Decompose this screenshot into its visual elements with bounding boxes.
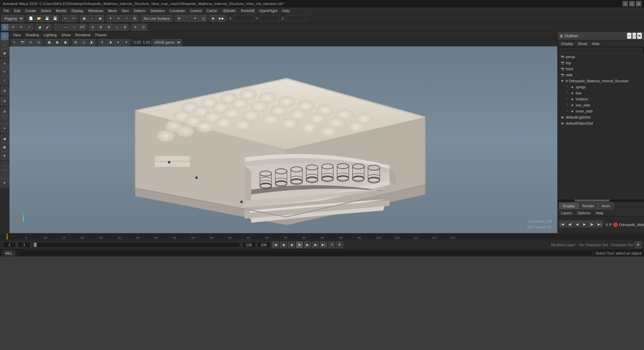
panel-sub-layers[interactable]: Layers [559, 210, 574, 216]
outliner-menu-show[interactable]: Show [576, 41, 589, 46]
tree-item-default-object-set[interactable]: ◉ defaultObjectSet [558, 120, 644, 126]
tree-item-low[interactable]: └ ◈ low [558, 90, 644, 96]
play-fwd-btn[interactable]: ▶ [581, 221, 588, 227]
redo-button[interactable]: ↪ [70, 15, 77, 22]
paint-btn[interactable]: ◉ [96, 15, 104, 22]
vp-smooth-btn[interactable]: ◉ [53, 39, 61, 46]
move-btn[interactable]: ✛ [107, 15, 114, 22]
select-tool-btn[interactable]: ↖ [1, 24, 9, 31]
tree-item-low-side[interactable]: └ ◈ low_side [558, 102, 644, 108]
panel-sub-options[interactable]: Options [576, 210, 592, 216]
undo-button[interactable]: ↩ [62, 15, 69, 22]
move-left-btn[interactable]: ✛ [1, 59, 9, 68]
menu-deform[interactable]: Deform [132, 8, 148, 13]
next-key-btn[interactable]: |▶ [589, 221, 595, 227]
paint-weights-btn[interactable]: 🖌 [44, 24, 51, 31]
vp-menu-renderer[interactable]: Renderer [73, 32, 93, 38]
bevel-btn[interactable]: ◇ [113, 24, 121, 31]
restore-button[interactable]: □ [629, 1, 635, 6]
curve-ep-btn[interactable]: ⋰ [1, 170, 9, 178]
minus-btn[interactable]: ⊟ [140, 24, 147, 31]
range-end-input[interactable] [242, 242, 256, 248]
save-button[interactable]: 💾 [43, 15, 51, 22]
save-as-button[interactable]: 💾 [51, 15, 59, 22]
timeline-slider[interactable] [34, 243, 240, 247]
menu-help[interactable]: Help [280, 8, 292, 13]
menu-mesh[interactable]: Mesh [106, 8, 119, 13]
tree-item-holders[interactable]: └ ◈ holders [558, 96, 644, 102]
rotate-left-btn[interactable]: ↻ [1, 68, 9, 76]
point-snap-left-btn[interactable]: ✦ [1, 124, 9, 132]
grid-snap-left-btn[interactable]: ⊞ [1, 107, 9, 116]
bridge-btn[interactable]: ⊕ [105, 24, 112, 31]
menu-openflight[interactable]: OpenFlight [257, 8, 279, 13]
menu-create[interactable]: Create [23, 8, 38, 13]
go-to-start-btn[interactable]: |◀ [272, 242, 279, 248]
open-button[interactable]: 📂 [35, 15, 43, 22]
edge-btn[interactable]: — [62, 24, 70, 31]
outliner-close-btn[interactable]: ✕ [637, 33, 642, 39]
curve-snap-left-btn[interactable]: ⌒ [1, 116, 9, 124]
lasso-btn[interactable]: ○ [88, 15, 96, 22]
outliner-scrollbar-thumb[interactable] [575, 200, 609, 202]
layer-name-label[interactable]: Orthopedic_Mattress_Internal_Stru... [619, 223, 644, 227]
vp-wireframe-btn[interactable]: ▦ [45, 39, 53, 46]
vp-resolution-btn[interactable]: ◧ [88, 39, 95, 46]
tab-render[interactable]: Render [579, 203, 598, 209]
rotate-btn[interactable]: ↻ [115, 15, 122, 22]
prev-key-btn[interactable]: ◀| [566, 221, 573, 227]
select-mode-btn[interactable]: ▣ [80, 15, 88, 22]
vp-menu-view[interactable]: View [11, 32, 23, 38]
rotate-tool-btn[interactable]: ↻ [17, 24, 25, 31]
menu-edit[interactable]: Edit [12, 8, 22, 13]
vp-grid-btn[interactable]: ⊞ [72, 39, 79, 46]
step-back-btn[interactable]: ◀ [280, 242, 287, 248]
plus-btn[interactable]: ✛ [132, 24, 139, 31]
menu-display[interactable]: Display [70, 8, 86, 13]
vertex-btn[interactable]: · [54, 24, 62, 31]
play-fwd-main-btn[interactable]: ▶ [304, 242, 311, 248]
snap-curve-btn[interactable]: ⌒ [183, 15, 191, 22]
snap-grid-btn[interactable]: ⊞ [175, 15, 183, 22]
tab-anim[interactable]: Anim [598, 203, 614, 209]
vp-select-btn[interactable]: ↖ [11, 39, 18, 46]
max-end-input[interactable] [257, 242, 271, 248]
tree-item-top[interactable]: 📷 top [558, 60, 644, 66]
menu-skeleton[interactable]: Skeleton [148, 8, 167, 13]
extrude-btn[interactable]: ⊞ [97, 24, 104, 31]
outliner-search-input[interactable] [559, 48, 643, 53]
vp-ao-btn[interactable]: ● [114, 39, 122, 46]
menu-skin[interactable]: Skin [120, 8, 131, 13]
play-back-btn[interactable]: ◀ [574, 221, 581, 227]
mel-indicator[interactable]: MEL [3, 250, 15, 256]
menu-select[interactable]: Select [39, 8, 53, 13]
tree-item-front[interactable]: 📷 front [558, 66, 644, 72]
move-tool-btn[interactable]: ✛ [9, 24, 17, 31]
menu-cache[interactable]: Cache [204, 8, 219, 13]
vp-bloom-btn[interactable]: ✦ [123, 39, 130, 46]
tree-item-inner-side[interactable]: └ ◈ inner_side [558, 108, 644, 114]
range-start-input[interactable] [17, 242, 31, 248]
vp-shadow-btn[interactable]: ◑ [106, 39, 114, 46]
z-input[interactable] [286, 15, 306, 22]
panel-sub-help[interactable]: Help [594, 210, 605, 216]
select-left-btn[interactable]: ↖ [1, 32, 9, 40]
x-input[interactable] [234, 15, 254, 22]
uv-btn[interactable]: UV [79, 24, 86, 31]
lattice-btn[interactable]: ▦ [1, 143, 9, 151]
play-back-main-btn[interactable]: ◀ [288, 242, 295, 248]
vp-render-region-btn[interactable]: ⊡ [27, 39, 34, 46]
tree-item-default-light-set[interactable]: ◉ defaultLightSet [558, 114, 644, 120]
go-end-btn[interactable]: ▶| [596, 221, 603, 227]
face-btn[interactable]: □ [71, 24, 78, 31]
3d-viewport[interactable]: persp Symmetry: Off Soft Select: On Z [9, 46, 557, 233]
menu-control[interactable]: Control [188, 8, 204, 13]
menu-windows[interactable]: Windows [86, 8, 105, 13]
vp-camera-btn[interactable]: 📷 [19, 39, 26, 46]
close-button[interactable]: ✕ [636, 1, 641, 6]
vp-hud-btn[interactable]: ◫ [80, 39, 87, 46]
layer-v-label[interactable]: V [605, 223, 608, 227]
soft-mod-btn[interactable]: ◕ [1, 135, 9, 143]
tree-item-sprigs[interactable]: └ ◈ sprigs [558, 84, 644, 90]
vp-texture-btn[interactable]: ▣ [61, 39, 69, 46]
